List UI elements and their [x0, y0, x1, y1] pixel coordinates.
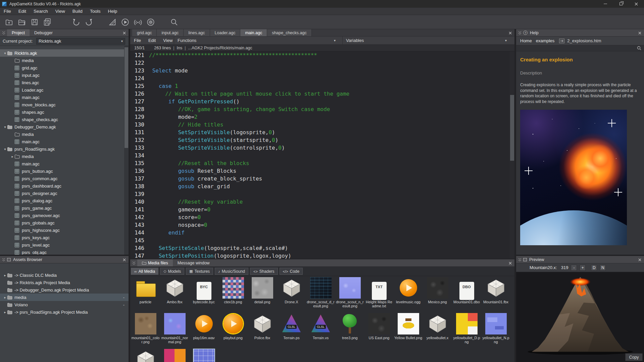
tree-item[interactable]: main.agc	[0, 138, 124, 145]
home-button[interactable]: Home	[520, 38, 532, 43]
editor-tab-Loader-agc[interactable]: Loader.agc	[210, 29, 241, 36]
tab-project[interactable]: Project	[7, 29, 30, 36]
collapse-panel-icon[interactable]	[2, 258, 5, 262]
filter-models[interactable]: ◇Models	[160, 268, 184, 275]
open-project-button[interactable]	[17, 17, 27, 27]
media-item[interactable]: Ambo.fbx	[160, 276, 189, 312]
filter-shaders[interactable]: <>Shaders	[250, 268, 278, 275]
media-item[interactable]: mountain01_normal.png	[160, 312, 189, 348]
collapse-panel-icon[interactable]	[2, 31, 5, 35]
asset-item[interactable]: ▸-> Classic DLC Media	[0, 271, 129, 279]
media-item[interactable]: playbut.png	[218, 312, 248, 348]
editor-tab-shape_checks-agc[interactable]: shape_checks.agc	[267, 29, 312, 36]
tree-chevron-icon[interactable]: ▸	[3, 310, 7, 314]
media-item[interactable]: GLSLTerrain.ps	[277, 312, 306, 348]
menu-build[interactable]: Build	[69, 8, 86, 15]
undo-button[interactable]	[71, 17, 81, 27]
restore-button[interactable]	[613, 0, 629, 8]
tree-item[interactable]: media	[0, 57, 124, 64]
media-item[interactable]: mountain01_color.png	[131, 312, 160, 348]
scrollbar-thumb[interactable]	[510, 95, 514, 161]
broadcast-button[interactable]	[133, 17, 143, 27]
media-item[interactable]: Drone.X	[277, 276, 306, 312]
editor-menu-edit[interactable]: Edit	[145, 37, 159, 44]
tree-item[interactable]: psrs_common.agc	[0, 175, 124, 182]
menu-tools[interactable]: Tools	[86, 8, 104, 15]
minimize-button[interactable]	[598, 0, 613, 8]
media-item[interactable]: GLSLTerrain.vs	[306, 312, 335, 348]
debug-button[interactable]	[146, 17, 156, 27]
model-preview-viewport[interactable]	[516, 272, 644, 362]
increment-button[interactable]: +	[580, 265, 586, 271]
tree-item[interactable]: psrs_dashboard.agc	[0, 182, 124, 190]
copy-button[interactable]: Copy	[625, 353, 643, 361]
tree-chevron-icon[interactable]: ▾	[3, 147, 7, 151]
close-button[interactable]	[629, 0, 644, 8]
save-all-button[interactable]	[42, 17, 52, 27]
media-item[interactable]: yellowbullet_D.png	[452, 312, 481, 348]
tree-item[interactable]: Loader.agc	[0, 86, 124, 94]
link-icon[interactable]	[559, 39, 564, 43]
tree-item[interactable]: main.agc	[0, 94, 124, 101]
functions-dropdown[interactable]: Functions ▾	[174, 37, 339, 44]
filter-all-media[interactable]: ∞All Media	[131, 268, 158, 275]
tree-item[interactable]: ▾Debugger_Demo.agk	[0, 123, 124, 131]
asset-item[interactable]: ▸-> psrs_RoadSigns.agk Project Media	[0, 308, 129, 316]
tree-item[interactable]: media	[0, 131, 124, 138]
search-button[interactable]	[169, 17, 179, 27]
asset-item[interactable]: -> Debugger_Demo.agk Project Media	[0, 286, 129, 294]
media-item[interactable]: yellowbullet_N.png	[481, 312, 510, 348]
editor-tab-lines-agc[interactable]: lines.agc	[184, 29, 210, 36]
tree-item[interactable]: psrs_gameover.agc	[0, 212, 124, 219]
tab-message-window[interactable]: Message window	[173, 259, 214, 266]
media-item[interactable]: particle	[131, 276, 160, 312]
filter-textures[interactable]: ▦Textures	[186, 268, 213, 275]
tree-item[interactable]: psrs_dialog.agc	[0, 197, 124, 204]
current-project-dropdown[interactable]: Ricktris.agk ▾	[36, 38, 125, 45]
diffuse-toggle-button[interactable]: D	[591, 265, 597, 271]
menu-search[interactable]: Search	[30, 8, 52, 15]
media-item[interactable]: Yellow Bullet.png	[394, 312, 423, 348]
compile-button[interactable]	[107, 17, 117, 27]
media-item[interactable]: yellowbullet.x	[423, 312, 452, 348]
filter-music-sound[interactable]: ♪Music/Sound	[215, 268, 248, 275]
asset-item[interactable]: ▸media-	[0, 294, 129, 301]
media-panel-close-button[interactable]	[508, 261, 512, 265]
tree-chevron-icon[interactable]: ▸	[3, 296, 7, 299]
media-item[interactable]: detail.png	[248, 276, 277, 312]
editor-close-button[interactable]	[508, 31, 512, 35]
preview-panel-close-button[interactable]	[637, 257, 642, 262]
asset-item[interactable]: Volano-	[0, 301, 129, 308]
tree-chevron-icon[interactable]: ▾	[3, 51, 7, 55]
tab-media-files[interactable]: Media files	[137, 259, 173, 266]
media-item[interactable]: play16m.wav	[189, 312, 218, 348]
examples-button[interactable]: examples	[536, 38, 555, 43]
media-item[interactable]	[131, 348, 160, 362]
decrement-button[interactable]: -	[571, 265, 577, 271]
code-editor[interactable]: 121//***********************************…	[130, 51, 514, 259]
media-item[interactable]: drone_scout_n_result.png	[335, 276, 364, 312]
menu-edit[interactable]: Edit	[15, 8, 30, 15]
run-button[interactable]	[120, 17, 130, 27]
project-tree-scrollbar[interactable]	[124, 46, 129, 255]
media-item[interactable]: US East.png	[364, 312, 394, 348]
media-item[interactable]: Police.fbx	[248, 312, 277, 348]
collapse-panel-icon[interactable]	[132, 261, 136, 265]
media-item[interactable]: tree3.png	[335, 312, 364, 348]
redo-button[interactable]	[84, 17, 94, 27]
tree-item[interactable]: psrs_designer.agc	[0, 190, 124, 197]
editor-scrollbar[interactable]	[510, 51, 514, 259]
menu-help[interactable]: Help	[104, 8, 121, 15]
tree-item[interactable]: input.agc	[0, 71, 124, 79]
tab-debugger[interactable]: Debugger	[30, 29, 57, 36]
help-panel-close-button[interactable]	[637, 31, 642, 35]
tree-item[interactable]: shape_checks.agc	[0, 116, 124, 123]
media-item[interactable]: levelmusic.ogg	[394, 276, 423, 312]
media-item[interactable]: TXTHeight Maps Readme.txt	[364, 276, 394, 312]
save-button[interactable]	[30, 17, 40, 27]
tree-chevron-icon[interactable]: ▾	[3, 125, 7, 129]
tree-item[interactable]: psrs_globals.agc	[0, 219, 124, 226]
editor-tab-main-agc[interactable]: main.agc	[240, 29, 267, 36]
variables-dropdown[interactable]: Variables ▾	[342, 37, 510, 44]
collapse-panel-icon[interactable]	[518, 31, 522, 35]
